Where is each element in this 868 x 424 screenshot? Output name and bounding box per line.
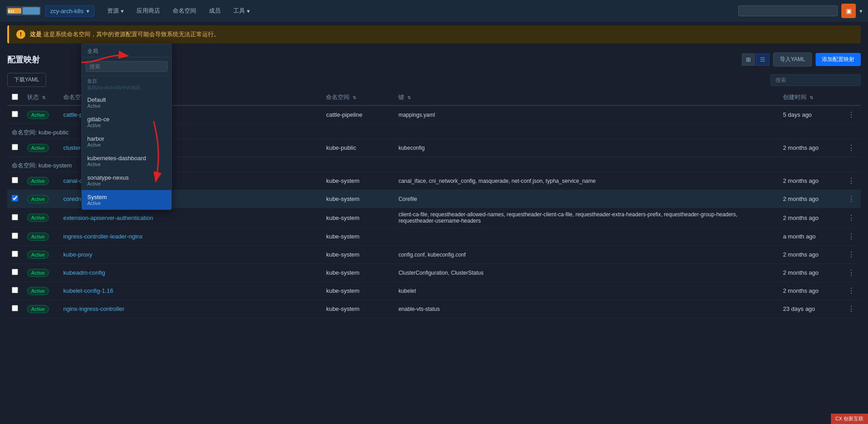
card-view-btn[interactable]: ⊞: [742, 53, 755, 66]
select-all-checkbox[interactable]: [12, 94, 18, 100]
row-name-link[interactable]: kube-proxy: [63, 251, 92, 258]
th-created[interactable]: 创建时间 ⇅: [778, 90, 842, 105]
row-checkbox[interactable]: [12, 233, 18, 239]
row-name-link[interactable]: kubeadm-config: [63, 269, 105, 276]
row-checkbox[interactable]: [12, 214, 18, 220]
main-wrap: ! 这是 这是系统命名空间，其中的资源配置可能会导致系统无法正常运行。 配置映射…: [0, 22, 868, 424]
table-row: Active kubelet-config-1.16 kube-system k…: [7, 282, 861, 300]
nav-resources[interactable]: 资源 ▾: [102, 4, 129, 18]
dd-item-nexus[interactable]: sonatype-nexus Active: [82, 171, 171, 190]
row-keys: mappings.yaml: [394, 105, 778, 124]
row-checkbox[interactable]: [12, 287, 18, 293]
row-action-btn[interactable]: ⋮: [846, 193, 856, 205]
status-badge: Active: [27, 144, 49, 152]
row-time: 2 months ago: [778, 264, 842, 282]
th-status[interactable]: 状态 ⇅: [23, 90, 59, 105]
row-action-btn[interactable]: ⋮: [846, 175, 856, 186]
row-time: 2 months ago: [778, 246, 842, 264]
import-yaml-btn[interactable]: 导入YAML: [773, 52, 812, 67]
row-keys: [394, 228, 778, 246]
table-row: Active nginx-ingress-controller kube-sys…: [7, 300, 861, 318]
row-keys: enable-vts-status: [394, 300, 778, 318]
row-namespace: kube-system: [321, 228, 394, 246]
row-checkbox[interactable]: [12, 195, 18, 201]
dd-cluster-label: 集群 集群zcy-arch-k8s中的项目。: [82, 76, 171, 93]
warning-banner: ! 这是 这是系统命名空间，其中的资源配置可能会导致系统无法正常运行。: [7, 25, 861, 43]
view-toggle: ⊞ ☰: [742, 53, 769, 66]
dd-global-label: 全局: [82, 44, 171, 57]
cluster-chevron: ▾: [86, 8, 90, 14]
row-checkbox[interactable]: [12, 177, 18, 183]
nav-right: ▣ ▾: [738, 4, 863, 18]
row-namespace: kube-system: [321, 190, 394, 208]
row-time: 2 months ago: [778, 282, 842, 300]
search-input[interactable]: [770, 74, 861, 86]
download-yaml-btn[interactable]: 下载YAML: [7, 73, 46, 87]
table-row: Active kube-proxy kube-system config.con…: [7, 246, 861, 264]
dd-item-system[interactable]: System Active: [82, 190, 171, 210]
row-checkbox[interactable]: [12, 111, 18, 117]
th-check[interactable]: [7, 90, 23, 105]
row-keys: kubelet: [394, 282, 778, 300]
row-namespace: kube-system: [321, 264, 394, 282]
row-time: a month ago: [778, 228, 842, 246]
status-badge: Active: [27, 177, 49, 185]
row-keys: config.conf, kubeconfig.conf: [394, 246, 778, 264]
row-checkbox[interactable]: [12, 251, 18, 257]
table-row: Active extension-apiserver-authenticatio…: [7, 208, 861, 228]
row-checkbox[interactable]: [12, 144, 18, 150]
cluster-dropdown: 全局 集群 集群zcy-arch-k8s中的项目。 Default Active…: [81, 43, 172, 210]
nav-appstore[interactable]: 应用商店: [131, 4, 165, 18]
row-namespace: cattle-pipeline: [321, 105, 394, 124]
nav-namespace[interactable]: 命名空间: [167, 4, 202, 18]
status-badge: Active: [27, 287, 49, 295]
row-action-btn[interactable]: ⋮: [846, 212, 856, 224]
status-badge: Active: [27, 305, 49, 313]
row-action-btn[interactable]: ⋮: [846, 231, 856, 242]
row-keys: ClusterConfiguration, ClusterStatus: [394, 264, 778, 282]
status-badge: Active: [27, 214, 49, 222]
dd-item-k8s-dashboard[interactable]: kubernetes-dashboard Active: [82, 151, 171, 171]
row-action-btn[interactable]: ⋮: [846, 303, 856, 314]
row-name-link[interactable]: nginx-ingress-controller: [63, 305, 124, 312]
nav-search-input[interactable]: [738, 5, 838, 16]
dd-search-input[interactable]: [85, 61, 168, 72]
row-keys: kubeconfig: [394, 139, 778, 157]
dd-item-default[interactable]: Default Active: [82, 93, 171, 112]
warning-icon: !: [16, 30, 25, 39]
header-actions: ⊞ ☰ 导入YAML 添加配置映射: [742, 52, 861, 67]
table-row: Active kubeadm-config kube-system Cluste…: [7, 264, 861, 282]
row-name-link[interactable]: ingress-controller-leader-nginx: [63, 233, 143, 240]
nav-members[interactable]: 成员: [203, 4, 226, 18]
row-name-link[interactable]: extension-apiserver-authentication: [63, 214, 153, 221]
nav-items: 资源 ▾ 应用商店 命名空间 成员 工具 ▾: [102, 4, 255, 18]
row-namespace: kube-system: [321, 172, 394, 190]
dd-search-wrap: [82, 57, 171, 76]
row-time: 2 months ago: [778, 172, 842, 190]
th-keys[interactable]: 键 ⇅: [394, 90, 778, 105]
row-action-btn[interactable]: ⋮: [846, 267, 856, 278]
nav-avatar[interactable]: ▣: [841, 4, 856, 18]
row-action-btn[interactable]: ⋮: [846, 109, 856, 120]
status-badge: Active: [27, 251, 49, 259]
th-actions: [842, 90, 861, 105]
add-configmap-btn[interactable]: 添加配置映射: [816, 53, 861, 66]
list-view-btn[interactable]: ☰: [756, 53, 769, 66]
row-checkbox[interactable]: [12, 305, 18, 311]
cluster-selector[interactable]: zcy-arch-k8s ▾: [45, 5, 94, 17]
dd-item-gitlab[interactable]: gitlab-ce Active: [82, 112, 171, 132]
dd-item-harbor[interactable]: harbor Active: [82, 132, 171, 151]
row-action-btn[interactable]: ⋮: [846, 285, 856, 296]
nav-tools[interactable]: 工具 ▾: [228, 4, 255, 18]
th-namespace[interactable]: 命名空间 ⇅: [321, 90, 394, 105]
row-keys: client-ca-file, requestheader-allowed-na…: [394, 208, 778, 228]
row-name-link[interactable]: kubelet-config-1.16: [63, 287, 113, 294]
logo: KU: [5, 3, 42, 19]
cluster-name: zcy-arch-k8s: [50, 8, 84, 14]
row-checkbox[interactable]: [12, 269, 18, 275]
row-keys: canal_iface, cni_network_config, masquer…: [394, 172, 778, 190]
row-action-btn[interactable]: ⋮: [846, 142, 856, 153]
row-action-btn[interactable]: ⋮: [846, 249, 856, 260]
row-time: 23 days ago: [778, 300, 842, 318]
warning-text: 这是 这是系统命名空间，其中的资源配置可能会导致系统无法正常运行。: [30, 30, 220, 38]
